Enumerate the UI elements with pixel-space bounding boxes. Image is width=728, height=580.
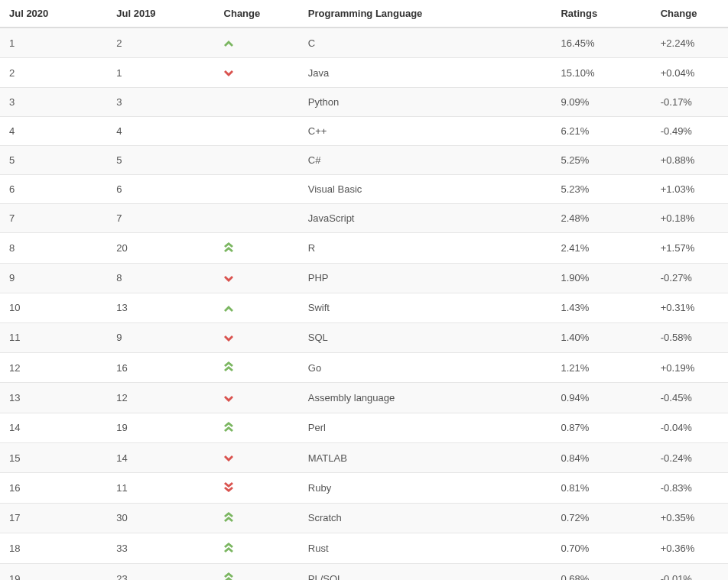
cell-delta: -0.24%: [652, 443, 728, 473]
cell-ratings: 15.10%: [551, 58, 651, 88]
table-row: 77JavaScript2.48%+0.18%: [0, 204, 728, 233]
svg-marker-9: [224, 396, 233, 402]
cell-jul2019: 1: [107, 58, 214, 88]
cell-ratings: 0.72%: [551, 503, 651, 533]
cell-trend: [215, 533, 299, 564]
cell-ratings: 16.45%: [551, 28, 651, 58]
cell-jul2020: 13: [0, 383, 107, 413]
table-row: 1216Go1.21%+0.19%: [0, 352, 728, 383]
table-row: 21Java15.10%+0.04%: [0, 58, 728, 88]
svg-marker-10: [224, 422, 233, 427]
cell-jul2020: 8: [0, 233, 107, 264]
svg-marker-17: [224, 543, 233, 548]
chevron-down-icon: [224, 67, 233, 79]
svg-marker-3: [224, 247, 233, 252]
cell-language: C#: [299, 146, 552, 175]
cell-jul2020: 1: [0, 28, 107, 58]
svg-marker-13: [224, 482, 233, 488]
cell-jul2019: 30: [107, 503, 214, 533]
cell-jul2019: 12: [107, 383, 214, 413]
cell-language: Rust: [299, 533, 552, 564]
table-row: 1730Scratch0.72%+0.35%: [0, 503, 728, 533]
cell-trend: [215, 28, 299, 58]
table-row: 66Visual Basic5.23%+1.03%: [0, 175, 728, 204]
cell-jul2019: 19: [107, 413, 214, 443]
cell-trend: [215, 175, 299, 204]
cell-language: SQL: [299, 322, 552, 352]
cell-jul2019: 3: [107, 88, 214, 117]
chevron-down-icon: [224, 332, 233, 344]
cell-language: Visual Basic: [299, 175, 552, 204]
cell-delta: -0.01%: [652, 563, 728, 580]
cell-ratings: 2.48%: [551, 204, 651, 233]
header-delta: Change: [652, 0, 728, 28]
cell-jul2020: 15: [0, 443, 107, 473]
double-chevron-up-icon: [224, 422, 233, 434]
cell-delta: +0.36%: [652, 533, 728, 564]
table-row: 1611Ruby0.81%-0.83%: [0, 473, 728, 504]
svg-marker-6: [224, 335, 233, 342]
header-language: Programming Language: [299, 0, 552, 28]
chevron-up-icon: [224, 303, 233, 314]
cell-jul2019: 8: [107, 263, 214, 293]
cell-jul2019: 2: [107, 28, 214, 58]
cell-delta: -0.17%: [652, 88, 728, 117]
cell-trend: [215, 473, 299, 504]
cell-language: Scratch: [299, 503, 552, 533]
cell-ratings: 6.21%: [551, 117, 651, 146]
cell-language: Perl: [299, 413, 552, 443]
cell-delta: +0.04%: [652, 58, 728, 88]
table-row: 1514MATLAB0.84%-0.24%: [0, 443, 728, 473]
table-row: 1013Swift1.43%+0.31%: [0, 293, 728, 322]
cell-jul2019: 7: [107, 204, 214, 233]
cell-trend: [215, 88, 299, 117]
table-row: 55C#5.25%+0.88%: [0, 146, 728, 175]
cell-jul2019: 6: [107, 175, 214, 204]
cell-language: PL/SQL: [299, 563, 552, 580]
cell-delta: +0.88%: [652, 146, 728, 175]
svg-marker-0: [224, 41, 233, 47]
cell-trend: [215, 322, 299, 352]
cell-jul2019: 9: [107, 322, 214, 352]
cell-ratings: 5.25%: [551, 146, 651, 175]
svg-marker-19: [224, 572, 233, 578]
cell-ratings: 1.43%: [551, 293, 651, 322]
cell-trend: [215, 263, 299, 293]
cell-jul2020: 3: [0, 88, 107, 117]
rankings-table: Jul 2020 Jul 2019 Change Programming Lan…: [0, 0, 728, 580]
table-row: 98PHP1.90%-0.27%: [0, 263, 728, 293]
cell-trend: [215, 563, 299, 580]
cell-trend: [215, 413, 299, 443]
table-header-row: Jul 2020 Jul 2019 Change Programming Lan…: [0, 0, 728, 28]
cell-jul2020: 4: [0, 117, 107, 146]
cell-jul2019: 13: [107, 293, 214, 322]
svg-marker-12: [224, 455, 233, 462]
cell-ratings: 1.40%: [551, 322, 651, 352]
cell-delta: +0.19%: [652, 352, 728, 383]
double-chevron-up-icon: [224, 572, 233, 580]
svg-marker-7: [224, 361, 233, 367]
header-ratings: Ratings: [551, 0, 651, 28]
cell-jul2020: 10: [0, 293, 107, 322]
header-jul2020: Jul 2020: [0, 0, 107, 28]
cell-ratings: 0.81%: [551, 473, 651, 504]
svg-marker-11: [224, 426, 233, 432]
chevron-down-icon: [224, 452, 233, 464]
cell-delta: -0.49%: [652, 117, 728, 146]
cell-jul2020: 9: [0, 263, 107, 293]
cell-ratings: 0.68%: [551, 563, 651, 580]
table-row: 1923PL/SQL0.68%-0.01%: [0, 563, 728, 580]
cell-language: C++: [299, 117, 552, 146]
double-chevron-down-icon: [224, 482, 233, 494]
cell-trend: [215, 58, 299, 88]
svg-marker-2: [224, 242, 233, 248]
table-row: 820R2.41%+1.57%: [0, 233, 728, 264]
cell-delta: +1.57%: [652, 233, 728, 264]
cell-language: Go: [299, 352, 552, 383]
cell-language: Python: [299, 88, 552, 117]
cell-trend: [215, 352, 299, 383]
cell-ratings: 5.23%: [551, 175, 651, 204]
double-chevron-up-icon: [224, 543, 233, 555]
cell-delta: +1.03%: [652, 175, 728, 204]
svg-marker-18: [224, 547, 233, 552]
